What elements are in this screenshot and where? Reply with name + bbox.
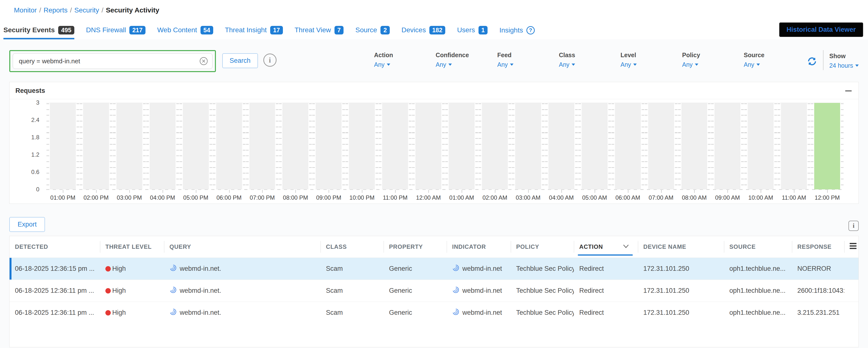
tab-web-content[interactable]: Web Content54 (157, 26, 213, 40)
x-axis-label: 03:00 PM (113, 191, 146, 201)
column-header-query[interactable]: QUERY (164, 236, 320, 258)
cell-policy: Techblue Sec Policy (511, 302, 574, 323)
column-header-class[interactable]: CLASS (320, 236, 384, 258)
x-axis-label: 12:00 AM (412, 191, 445, 201)
chart-hour-band (744, 103, 777, 189)
column-header-source[interactable]: SOURCE (724, 236, 792, 258)
table-info-icon[interactable]: i (848, 221, 859, 231)
filter-confidence: ConfidenceAny (436, 50, 497, 68)
events-table-panel: DETECTEDTHREAT LEVELQUERYCLASSPROPERTYIN… (9, 236, 859, 347)
x-axis-label: 10:00 AM (744, 191, 777, 201)
cell-threat-level: High (100, 258, 164, 280)
y-axis-tick: 2.4 (31, 117, 39, 123)
filter-class-dropdown[interactable]: Any (559, 61, 575, 68)
chart-hour-band (645, 103, 678, 189)
tab-threat-insight[interactable]: Threat Insight17 (225, 26, 283, 40)
filter-confidence-dropdown[interactable]: Any (436, 61, 452, 68)
tab-dns-firewall[interactable]: DNS Firewall217 (86, 26, 146, 40)
threat-indicator-icon (452, 286, 459, 295)
cell-action: Redirect (574, 302, 638, 323)
search-input[interactable] (13, 53, 213, 69)
refresh-icon[interactable] (807, 56, 817, 67)
column-header-label: POLICY (516, 244, 539, 250)
x-axis-label: 07:00 PM (246, 191, 279, 201)
tab-label: Insights (499, 26, 523, 34)
threat-indicator-icon (169, 308, 177, 317)
filter-label: Feed (497, 52, 559, 59)
x-axis-label: 02:00 AM (478, 191, 512, 201)
column-header-label: INDICATOR (452, 244, 486, 250)
chart-hour-band (777, 103, 810, 189)
collapse-panel-icon[interactable] (845, 90, 851, 91)
column-header-label: THREAT LEVEL (105, 244, 152, 250)
column-header-label: RESPONSE (797, 244, 832, 250)
chart-hour-band (312, 103, 345, 189)
historical-data-viewer-button[interactable]: Historical Data Viewer (779, 23, 863, 37)
filter-class: ClassAny (559, 50, 621, 68)
chart-hour-band (345, 103, 378, 189)
column-header-policy[interactable]: POLICY (511, 236, 574, 258)
clear-search-icon[interactable] (199, 57, 208, 65)
filter-feed-dropdown[interactable]: Any (497, 61, 514, 68)
cell-device-name: 172.31.101.250 (638, 258, 724, 280)
column-menu-icon[interactable] (850, 242, 857, 250)
tab-users[interactable]: Users1 (457, 26, 488, 40)
breadcrumb-link-security[interactable]: Security (74, 6, 99, 14)
tab-insights[interactable]: Insights? (499, 26, 535, 39)
column-header-threat-level[interactable]: THREAT LEVEL (100, 236, 164, 258)
panel-title: Requests (16, 87, 45, 95)
search-highlight-box (9, 50, 216, 72)
filter-source-dropdown[interactable]: Any (744, 61, 760, 68)
chart-hour-band (678, 103, 711, 189)
cell-detected: 06-18-2025 12:36:11 pm ... (9, 280, 100, 302)
cell-device-name: 172.31.101.250 (638, 302, 724, 323)
table-row[interactable]: 06-18-2025 12:36:15 pm ...Highwebmd-in.n… (9, 258, 859, 280)
filter-action-dropdown[interactable]: Any (374, 61, 390, 68)
sort-chevron-icon[interactable] (622, 244, 630, 250)
cell-property: Generic (384, 258, 447, 280)
breadcrumb-separator: / (70, 6, 72, 14)
column-header-label: DETECTED (15, 244, 48, 250)
filter-label: Source (744, 52, 805, 59)
tab-count-badge: 495 (58, 26, 74, 35)
tab-devices[interactable]: Devices182 (401, 26, 445, 40)
column-header-property[interactable]: PROPERTY (384, 236, 447, 258)
table-row[interactable]: 06-18-2025 12:36:11 pm ...Highwebmd-in.n… (9, 302, 859, 323)
column-header-detected[interactable]: DETECTED (9, 236, 100, 258)
column-header-device-name[interactable]: DEVICE NAME (638, 236, 724, 258)
cell-policy: Techblue Sec Policy (511, 280, 574, 302)
tab-security-events[interactable]: Security Events495 (3, 26, 74, 40)
caret-down-icon (510, 64, 514, 66)
column-header-indicator[interactable]: INDICATOR (447, 236, 511, 258)
column-header-label: DEVICE NAME (643, 244, 686, 250)
show-range-dropdown[interactable]: 24 hours (829, 62, 859, 69)
x-axis-label: 08:00 AM (678, 191, 711, 201)
filter-policy-dropdown[interactable]: Any (682, 61, 698, 68)
breadcrumb-separator: / (101, 6, 103, 14)
info-icon[interactable]: i (264, 54, 277, 67)
cell-menu (844, 280, 859, 302)
breadcrumb-link-reports[interactable]: Reports (43, 6, 67, 14)
filter-action: ActionAny (374, 50, 436, 68)
table-row[interactable]: 06-18-2025 12:36:11 pm ...Highwebmd-in.n… (9, 280, 859, 302)
filter-label: Level (621, 52, 682, 59)
filter-level-dropdown[interactable]: Any (621, 61, 637, 68)
x-axis-label: 10:00 PM (345, 191, 378, 201)
help-icon[interactable]: ? (526, 26, 535, 34)
cell-response: 2600:1f18:1043:... (792, 280, 844, 302)
column-header-response[interactable]: RESPONSE (792, 236, 844, 258)
tab-label: Threat Insight (225, 26, 267, 34)
export-button[interactable]: Export (9, 217, 45, 232)
breadcrumb-link-monitor[interactable]: Monitor (14, 6, 37, 14)
threat-indicator-icon (169, 264, 177, 273)
chart-hour-band (412, 103, 445, 189)
column-header-action[interactable]: ACTION (574, 236, 638, 258)
y-axis-tick: 0 (36, 186, 39, 193)
tab-source[interactable]: Source2 (355, 26, 390, 40)
tab-threat-view[interactable]: Threat View7 (294, 26, 344, 40)
cell-property: Generic (384, 280, 447, 302)
breadcrumb-separator: / (39, 6, 41, 14)
search-button[interactable]: Search (222, 53, 258, 68)
caret-down-icon (572, 64, 575, 66)
threat-indicator-icon (452, 264, 459, 273)
